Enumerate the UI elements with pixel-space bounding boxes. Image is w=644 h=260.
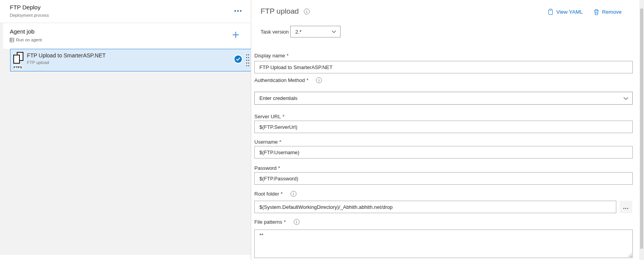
drag-handle[interactable] [246,53,249,68]
required-marker: * [284,219,286,225]
required-marker: * [278,165,280,171]
info-icon[interactable]: i [304,9,310,14]
pipeline-stage-subtitle: Deployment process [10,13,49,18]
vertical-scrollbar[interactable] [639,0,644,260]
required-marker: * [281,191,283,197]
ellipsis-icon [240,10,241,12]
required-marker: * [279,139,281,145]
plus-icon: + [232,28,240,41]
server-url-label: Server URL* [254,113,284,119]
info-icon[interactable]: i [294,219,300,225]
ftps-icon-label: FTPS [14,66,22,69]
task-version-select[interactable]: 2.* [290,26,341,37]
root-folder-label: Root folder* i [254,191,296,197]
release-pipeline-editor: FTP Deploy Deployment process Agent job … [0,0,644,260]
task-card-ftp-upload[interactable]: FTPS FTP Upload to SmarterASP.NET FTP up… [10,49,252,71]
required-marker: * [306,77,308,83]
required-marker: * [287,53,289,59]
chevron-down-icon [623,97,628,100]
document-shape [13,55,20,64]
pipeline-stage-title: FTP Deploy [10,4,41,11]
authentication-method-select[interactable]: Enter credentials [254,92,633,105]
task-selected-badge [234,55,242,63]
required-marker: * [282,114,284,119]
authentication-method-label: Authentication Method* i [254,77,322,83]
left-panel-bottom-strip [0,255,251,260]
server-url-input[interactable] [254,121,633,133]
agent-job-title: Agent job [10,28,34,35]
agent-job-subtitle: Run on agent [16,37,42,42]
add-task-button[interactable]: + [229,25,243,44]
username-input[interactable] [254,146,633,158]
username-label: Username* [254,139,281,145]
scrollbar-thumb[interactable] [640,9,643,249]
chevron-down-icon [332,30,336,33]
password-label: Password* [254,165,280,171]
view-yaml-icon [548,9,554,15]
task-version-label: Task version [261,29,289,35]
agent-job-row[interactable]: Agent job Run on agent + FTPS FTP Upload… [3,23,251,49]
task-subtitle: FTP upload [27,60,49,65]
remove-task-button[interactable]: Remove [594,9,621,15]
ftps-task-icon: FTPS [13,52,28,69]
file-patterns-label: File patterns* i [254,219,300,225]
task-panel-title: FTP upload [261,7,299,16]
task-title: FTP Upload to SmarterASP.NET [27,52,106,59]
check-icon [236,57,240,61]
view-yaml-button[interactable]: View YAML [548,9,583,15]
ellipsis-icon [234,10,236,12]
display-name-label: Display name* [254,52,289,59]
display-name-input[interactable] [254,61,633,73]
browse-button[interactable]: ... [619,201,632,213]
more-options-button[interactable] [231,7,245,15]
password-input[interactable] [254,172,633,185]
file-patterns-textarea[interactable]: ** [254,230,633,258]
root-folder-input[interactable] [254,201,616,213]
ellipsis-icon [237,10,239,12]
info-icon[interactable]: i [291,191,296,197]
trash-icon [594,9,599,15]
process-task-list: Agent job Run on agent + FTPS FTP Upload… [0,23,251,255]
agent-icon [10,38,14,42]
deployment-process-header: FTP Deploy Deployment process [0,0,251,23]
info-icon[interactable]: i [316,77,322,83]
task-settings-panel: FTP upload i View YAML Remove Task versi… [251,0,639,260]
